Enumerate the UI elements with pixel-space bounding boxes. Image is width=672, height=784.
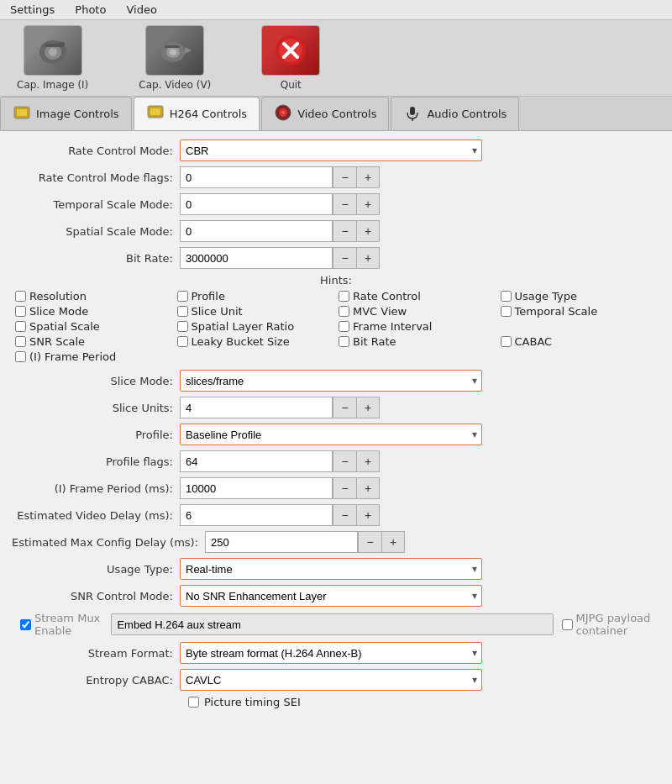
hint-temporal-scale-checkbox[interactable] [501, 306, 512, 317]
estimated-video-delay-input[interactable] [180, 504, 333, 526]
tab-audio-controls-label: Audio Controls [427, 108, 507, 120]
temporal-scale-mode-input[interactable] [180, 193, 333, 215]
hint-spatial-layer-ratio-checkbox[interactable] [177, 321, 188, 332]
rate-control-flags-decrement[interactable]: − [333, 166, 356, 188]
stream-mux-enable-checkbox[interactable] [20, 619, 31, 630]
tab-video-controls[interactable]: Video Controls [261, 97, 389, 130]
hint-slice-mode-checkbox[interactable] [15, 306, 26, 317]
hint-leaky-bucket-size-checkbox[interactable] [177, 336, 188, 347]
stream-mux-embed-select[interactable]: Embed H.264 aux stream [111, 613, 553, 635]
usage-type-select[interactable]: Real-time Non-real-time [180, 558, 482, 580]
estimated-max-config-delay-increment[interactable]: + [381, 531, 405, 553]
hint-spatial-scale-checkbox[interactable] [15, 321, 26, 332]
tab-audio-controls[interactable]: Audio Controls [391, 97, 519, 130]
snr-control-mode-label: SNR Control Mode: [12, 590, 180, 602]
hint-mvc-view-checkbox[interactable] [339, 306, 349, 317]
rate-control-flags-input[interactable] [180, 166, 333, 188]
stream-mux-enable[interactable]: Stream Mux Enable [20, 612, 102, 637]
picture-timing-row: Picture timing SEI [12, 696, 660, 708]
slice-units-decrement[interactable]: − [333, 397, 356, 418]
hint-frame-interval-checkbox[interactable] [339, 321, 349, 332]
stream-format-select[interactable]: Byte stream format (H.264 Annex-B) AVCC … [180, 642, 482, 664]
menu-settings[interactable]: Settings [5, 2, 60, 18]
estimated-video-delay-increment[interactable]: + [356, 504, 380, 526]
i-frame-period-increment[interactable]: + [356, 477, 380, 499]
slice-mode-select[interactable]: slices/frame mb rows/slice bits/slice [180, 370, 482, 392]
profile-flags-input[interactable] [180, 450, 333, 472]
hint-frame-interval[interactable]: Frame Interval [339, 320, 496, 333]
quit-label: Quit [281, 79, 302, 91]
spatial-scale-mode-input[interactable] [180, 220, 333, 242]
hint-i-frame-period-checkbox[interactable] [15, 351, 26, 362]
slice-units-increment[interactable]: + [356, 397, 380, 418]
rate-control-mode-select[interactable]: CBR VBR CQP [180, 139, 482, 161]
temporal-scale-mode-decrement[interactable]: − [333, 193, 356, 215]
cap-video-label: Cap. Video (V) [139, 79, 211, 91]
hint-mvc-view[interactable]: MVC View [339, 305, 496, 318]
spatial-scale-mode-decrement[interactable]: − [333, 220, 356, 242]
rate-control-flags-increment[interactable]: + [356, 166, 380, 188]
hint-temporal-scale[interactable]: Temporal Scale [501, 305, 658, 318]
slice-units-input[interactable] [180, 397, 333, 418]
profile-flags-decrement[interactable]: − [333, 450, 356, 472]
entropy-cabac-select[interactable]: CAVLC CABAC [180, 669, 482, 691]
usage-type-row: Usage Type: Real-time Non-real-time [12, 558, 660, 580]
cap-image-button[interactable]: Cap. Image (I) [17, 25, 88, 91]
hint-usage-type[interactable]: Usage Type [501, 290, 658, 303]
estimated-max-config-delay-input[interactable] [205, 531, 358, 553]
i-frame-period-decrement[interactable]: − [333, 477, 356, 499]
hint-spatial-layer-ratio[interactable]: Spatial Layer Ratio [177, 320, 334, 333]
spatial-scale-mode-increment[interactable]: + [356, 220, 380, 242]
spatial-scale-mode-row: Spatial Scale Mode: − + [12, 220, 660, 242]
picture-timing-checkbox[interactable] [188, 697, 199, 708]
hint-usage-type-checkbox[interactable] [501, 291, 512, 302]
tab-bar: Image Controls H264 Controls Video Contr… [0, 97, 672, 131]
hint-cabac-label: CABAC [515, 335, 553, 348]
hint-i-frame-period[interactable]: (I) Frame Period [15, 350, 172, 363]
rate-control-mode-row: Rate Control Mode: CBR VBR CQP [12, 139, 660, 161]
estimated-max-config-delay-num: − + [205, 531, 405, 553]
hint-bit-rate[interactable]: Bit Rate [339, 335, 496, 348]
hint-leaky-bucket-size[interactable]: Leaky Bucket Size [177, 335, 334, 348]
hint-snr-scale[interactable]: SNR Scale [15, 335, 172, 348]
hint-bit-rate-checkbox[interactable] [339, 336, 349, 347]
i-frame-period-num: − + [180, 477, 380, 499]
hint-slice-unit[interactable]: Slice Unit [177, 305, 334, 318]
hint-snr-scale-checkbox[interactable] [15, 336, 26, 347]
cap-image-icon [24, 25, 82, 76]
tab-h264-controls[interactable]: H264 Controls [134, 97, 260, 130]
hint-resolution-checkbox[interactable] [15, 291, 26, 302]
profile-flags-label: Profile flags: [12, 455, 180, 468]
quit-button[interactable]: Quit [261, 25, 320, 91]
profile-flags-num: − + [180, 450, 380, 472]
profile-flags-increment[interactable]: + [356, 450, 380, 472]
hint-profile[interactable]: Profile [177, 290, 334, 303]
bit-rate-input[interactable] [180, 247, 333, 269]
hint-rate-control-checkbox[interactable] [339, 291, 349, 302]
hint-slice-unit-checkbox[interactable] [177, 306, 188, 317]
bit-rate-increment[interactable]: + [356, 247, 380, 269]
hint-cabac-checkbox[interactable] [501, 336, 512, 347]
profile-select[interactable]: Baseline Profile Main Profile High Profi… [180, 424, 482, 445]
hint-cabac[interactable]: CABAC [501, 335, 658, 348]
snr-control-mode-select[interactable]: No SNR Enhancement Layer SNR Enhancement… [180, 585, 482, 607]
menu-video[interactable]: Video [121, 2, 161, 18]
slice-units-num: − + [180, 397, 380, 418]
bit-rate-decrement[interactable]: − [333, 247, 356, 269]
i-frame-period-input[interactable] [180, 477, 333, 499]
hint-profile-checkbox[interactable] [177, 291, 188, 302]
menu-photo[interactable]: Photo [70, 2, 111, 18]
stream-mux-mjpg-checkbox[interactable] [562, 619, 573, 630]
cap-video-button[interactable]: Cap. Video (V) [139, 25, 211, 91]
estimated-video-delay-decrement[interactable]: − [333, 504, 356, 526]
hint-resolution[interactable]: Resolution [15, 290, 172, 303]
temporal-scale-mode-increment[interactable]: + [356, 193, 380, 215]
hint-slice-mode[interactable]: Slice Mode [15, 305, 172, 318]
bit-rate-row: Bit Rate: − + [12, 247, 660, 269]
hint-spatial-scale[interactable]: Spatial Scale [15, 320, 172, 333]
stream-mux-mjpg[interactable]: MJPG payload container [562, 612, 660, 637]
cap-image-label: Cap. Image (I) [17, 79, 88, 91]
hint-rate-control[interactable]: Rate Control [339, 290, 496, 303]
estimated-max-config-delay-decrement[interactable]: − [358, 531, 381, 553]
tab-image-controls[interactable]: Image Controls [0, 97, 132, 130]
